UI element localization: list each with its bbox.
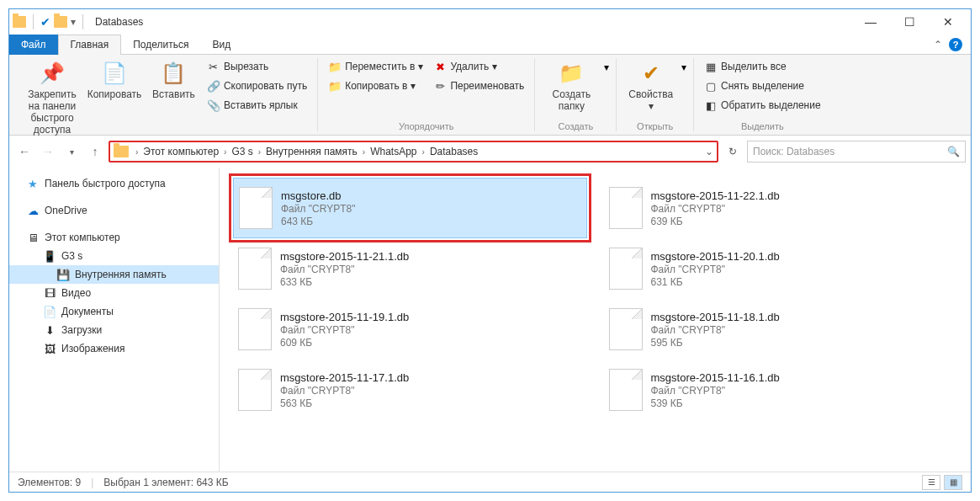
file-item[interactable]: msgstore-2015-11-20.1.dbФайл "CRYPT8"631… [604,238,958,299]
moveto-button[interactable]: 📁Переместить в▾ [325,58,426,75]
recent-dropdown[interactable]: ▾ [61,141,82,162]
file-size: 631 КБ [651,276,780,288]
tree-documents[interactable]: 📄Документы [9,302,219,321]
check-icon[interactable]: ✔ [40,15,50,29]
group-create-label: Создать [542,121,609,131]
view-details-button[interactable]: ☰ [922,475,940,490]
file-size: 595 КБ [651,337,780,349]
file-item[interactable]: msgstore-2015-11-16.1.dbФайл "CRYPT8"539… [604,360,958,420]
navbar: ← → ▾ ↑ › Этот компьютер› G3 s› Внутренн… [9,136,971,168]
file-name: msgstore-2015-11-21.1.db [280,250,409,263]
search-icon: 🔍 [947,146,960,157]
file-type: Файл "CRYPT8" [651,385,780,397]
file-size: 539 КБ [651,397,780,409]
breadcrumb[interactable]: › Этот компьютер› G3 s› Внутренняя памят… [109,141,718,163]
tree-g3s[interactable]: 📱G3 s [9,247,219,265]
qat-overflow[interactable]: ▾ [71,16,76,28]
status-count: Элементов: 9 [18,477,81,488]
tab-view[interactable]: Вид [200,35,242,55]
help-icon[interactable]: ? [949,38,962,51]
refresh-button[interactable]: ↻ [722,141,744,163]
tree-onedrive[interactable]: ☁OneDrive [9,201,219,220]
delete-button[interactable]: ✖Удалить▾ [430,58,527,75]
file-name: msgstore-2015-11-20.1.db [651,250,780,263]
file-type: Файл "CRYPT8" [651,203,780,215]
file-icon [609,308,643,350]
group-open-label: Открыть [623,121,686,131]
newfolder-button[interactable]: 📁Создать папку [542,58,601,114]
file-icon [238,308,272,350]
file-name: msgstore-2015-11-18.1.db [651,311,780,323]
copyto-button[interactable]: 📁Копировать в▾ [325,77,426,94]
file-item[interactable]: msgstore-2015-11-22.1.dbФайл "CRYPT8"639… [604,178,958,238]
tree-downloads[interactable]: ⬇Загрузки [9,321,219,339]
copypath-button[interactable]: 🔗Скопировать путь [204,77,310,94]
tree-thispc[interactable]: 🖥Этот компьютер [9,228,219,247]
forward-button[interactable]: → [38,141,58,162]
group-select-label: Выделить [701,121,824,131]
ribbon-collapse-icon[interactable]: ⌃ [934,39,942,51]
crumb[interactable]: WhatsApp [367,146,420,157]
minimize-button[interactable]: — [851,9,890,35]
rename-button[interactable]: ✏Переименовать [430,77,527,94]
file-size: 563 КБ [280,397,409,409]
file-item[interactable]: msgstore.dbФайл "CRYPT8"643 КБ [233,178,587,238]
tree-pictures[interactable]: 🖼Изображения [9,339,219,358]
file-name: msgstore.db [281,189,355,202]
tree-quick-access[interactable]: ★Панель быстрого доступа [9,174,219,193]
file-icon [609,248,643,290]
tab-file[interactable]: Файл [9,35,58,55]
crumb[interactable]: G3 s [228,146,256,157]
pasteshortcut-button[interactable]: 📎Вставить ярлык [204,97,310,114]
statusbar: Элементов: 9 | Выбран 1 элемент: 643 КБ … [9,472,971,492]
tab-share[interactable]: Поделиться [121,35,200,55]
file-item[interactable]: msgstore-2015-11-18.1.dbФайл "CRYPT8"595… [604,299,958,360]
back-button[interactable]: ← [14,141,34,162]
file-size: 639 КБ [651,216,780,227]
file-item[interactable]: msgstore-2015-11-19.1.dbФайл "CRYPT8"609… [233,299,587,360]
file-name: msgstore-2015-11-22.1.db [651,189,780,202]
titlebar: ✔ ▾ Databases — ☐ ✕ [9,9,971,35]
file-name: msgstore-2015-11-19.1.db [280,311,409,323]
status-selection: Выбран 1 элемент: 643 КБ [103,477,228,488]
crumb[interactable]: Внутренняя память [262,146,361,157]
file-size: 643 КБ [281,216,355,227]
search-input[interactable]: Поиск: Databases 🔍 [747,141,966,163]
tab-home[interactable]: Главная [58,35,122,55]
folder-icon[interactable] [54,16,67,28]
selectnone-button[interactable]: ▢Снять выделение [701,77,824,94]
open-item-icon[interactable]: ▾ [681,61,686,73]
invertsel-button[interactable]: ◧Обратить выделение [701,97,824,114]
crumb[interactable]: Этот компьютер [140,146,222,157]
up-button[interactable]: ↑ [85,141,105,162]
file-item[interactable]: msgstore-2015-11-17.1.dbФайл "CRYPT8"563… [233,360,587,420]
file-size: 633 КБ [280,276,409,288]
folder-icon [13,16,26,28]
file-type: Файл "CRYPT8" [651,324,780,336]
ribbon: 📌Закрепить на панели быстрого доступа 📄К… [9,55,971,136]
file-type: Файл "CRYPT8" [280,385,409,397]
file-size: 609 КБ [280,337,409,349]
pin-button[interactable]: 📌Закрепить на панели быстрого доступа [23,58,82,137]
tree-internal[interactable]: 💾Внутренняя память [9,265,219,284]
file-type: Файл "CRYPT8" [651,264,780,275]
file-icon [609,187,643,229]
view-icons-button[interactable]: ▦ [944,475,962,490]
selectall-button[interactable]: ▦Выделить все [701,58,824,75]
maximize-button[interactable]: ☐ [890,9,929,35]
properties-button[interactable]: ✔Свойства▾ [623,58,678,114]
crumb[interactable]: Databases [426,146,481,157]
copy-button[interactable]: 📄Копировать [85,58,144,102]
path-dropdown-icon[interactable]: ⌄ [705,146,713,157]
file-type: Файл "CRYPT8" [280,324,409,336]
ribbon-tabs: Файл Главная Поделиться Вид ⌃ ? [9,35,971,55]
file-item[interactable]: msgstore-2015-11-21.1.dbФайл "CRYPT8"633… [233,238,587,299]
cut-button[interactable]: ✂Вырезать [204,58,310,75]
paste-button[interactable]: 📋Вставить [147,58,200,102]
close-button[interactable]: ✕ [929,9,967,35]
file-type: Файл "CRYPT8" [281,203,355,215]
new-item-icon[interactable]: ▾ [604,61,609,73]
file-icon [609,369,643,411]
tree-videos[interactable]: 🎞Видео [9,284,219,302]
file-name: msgstore-2015-11-17.1.db [280,371,409,384]
